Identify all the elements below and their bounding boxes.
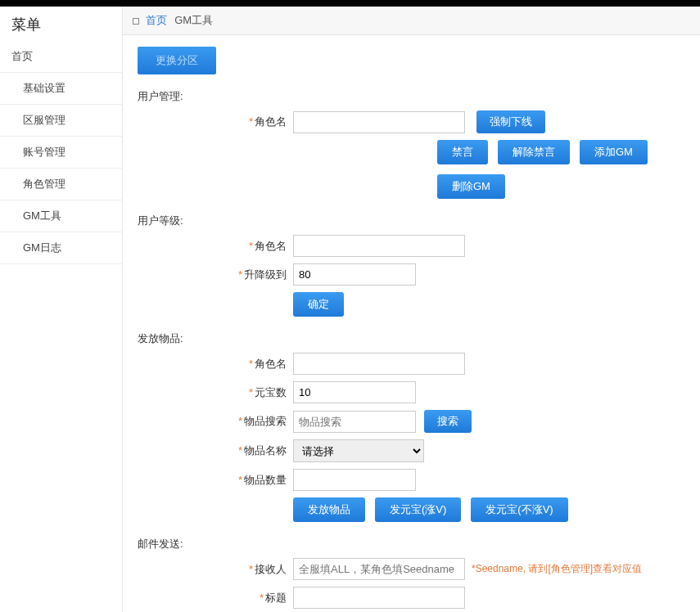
menu-item-zone-mgmt[interactable]: 区服管理: [0, 105, 122, 137]
label-item-search: *物品搜索: [138, 414, 293, 429]
send-gold-nov-button[interactable]: 发元宝(不涨V): [471, 497, 567, 522]
input-item-qty[interactable]: [293, 469, 416, 491]
menu-item-basic-settings[interactable]: 基础设置: [0, 73, 122, 105]
input-subject[interactable]: [293, 587, 465, 609]
menu-item-gm-log[interactable]: GM日志: [0, 232, 122, 264]
add-gm-button[interactable]: 添加GM: [580, 140, 648, 164]
menu-item-gm-tools[interactable]: GM工具: [0, 200, 122, 232]
confirm-level-button[interactable]: 确定: [293, 292, 344, 317]
label-role-name-3-text: 角色名: [255, 358, 287, 370]
force-offline-button[interactable]: 强制下线: [476, 110, 545, 133]
section-give-item-title: 发放物品:: [138, 331, 685, 346]
label-role-name-1: *角色名: [138, 115, 293, 129]
label-recipient: *接收人: [138, 562, 293, 577]
label-subject: *标题: [138, 591, 293, 605]
breadcrumb: 首页 GM工具: [123, 7, 700, 35]
send-item-button[interactable]: 发放物品: [293, 497, 365, 522]
unmute-button[interactable]: 解除禁言: [498, 140, 570, 164]
label-item-qty-text: 物品数量: [244, 474, 287, 486]
label-gold: *元宝数: [138, 385, 293, 400]
sidebar-title: 菜单: [0, 7, 122, 41]
input-role-name-3[interactable]: [293, 353, 465, 375]
label-role-name-2-text: 角色名: [255, 240, 287, 252]
breadcrumb-current: GM工具: [174, 14, 213, 26]
label-subject-text: 标题: [265, 592, 287, 604]
breadcrumb-icon: [133, 18, 139, 25]
label-item-name: *物品名称: [138, 443, 293, 458]
input-recipient[interactable]: [293, 558, 465, 580]
label-gold-text: 元宝数: [255, 386, 287, 398]
label-item-qty: *物品数量: [138, 473, 293, 488]
input-role-name-1[interactable]: [293, 111, 465, 133]
menu-item-account-mgmt[interactable]: 账号管理: [0, 137, 122, 169]
breadcrumb-home[interactable]: 首页: [146, 14, 167, 26]
send-gold-v-button[interactable]: 发元宝(涨V): [375, 497, 461, 522]
main: 首页 GM工具 更换分区 用户管理: *角色名 强制下线 禁言 解除禁言 添加G…: [123, 7, 700, 612]
input-gold[interactable]: [293, 381, 416, 403]
search-item-button[interactable]: 搜索: [424, 410, 472, 433]
input-level-to[interactable]: [293, 263, 416, 286]
label-level-to: *升降级到: [138, 268, 293, 282]
menu-item-home[interactable]: 首页: [0, 41, 122, 73]
menu-item-role-mgmt[interactable]: 角色管理: [0, 169, 122, 200]
label-role-name-3: *角色名: [138, 357, 293, 371]
select-item-name[interactable]: 请选择: [293, 439, 424, 462]
input-role-name-2[interactable]: [293, 235, 465, 257]
recipient-help: *Seedname, 请到[角色管理]查看对应值: [472, 562, 642, 576]
top-bar: [0, 0, 700, 7]
label-role-name-2: *角色名: [138, 239, 293, 254]
label-recipient-text: 接收人: [255, 563, 287, 575]
input-item-search[interactable]: [293, 411, 416, 433]
remove-gm-button[interactable]: 删除GM: [437, 174, 505, 199]
label-level-to-text: 升降级到: [244, 268, 287, 281]
mute-button[interactable]: 禁言: [437, 140, 488, 164]
change-zone-button[interactable]: 更换分区: [138, 47, 216, 74]
sidebar: 菜单 首页 基础设置 区服管理 账号管理 角色管理 GM工具 GM日志: [0, 7, 123, 612]
label-item-search-text: 物品搜索: [244, 415, 287, 427]
section-mail-title: 邮件发送:: [138, 537, 685, 551]
section-user-level-title: 用户等级:: [138, 214, 685, 228]
label-item-name-text: 物品名称: [244, 444, 287, 457]
section-user-mgmt-title: 用户管理:: [138, 89, 685, 104]
label-role-name-1-text: 角色名: [255, 115, 287, 128]
